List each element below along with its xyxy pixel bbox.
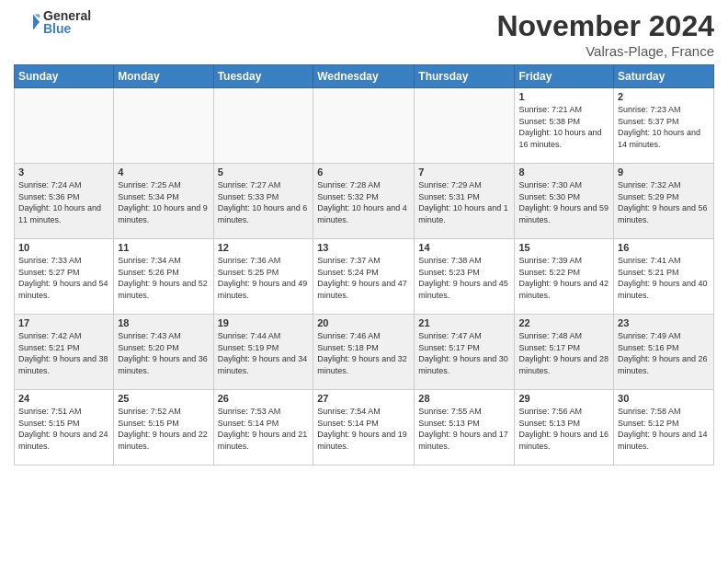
day-cell: 18Sunrise: 7:43 AM Sunset: 5:20 PM Dayli… xyxy=(114,315,213,390)
day-info: Sunrise: 7:39 AM Sunset: 5:22 PM Dayligh… xyxy=(518,255,609,301)
day-cell: 9Sunrise: 7:32 AM Sunset: 5:29 PM Daylig… xyxy=(614,164,714,239)
day-info: Sunrise: 7:48 AM Sunset: 5:17 PM Dayligh… xyxy=(518,330,609,376)
day-cell: 16Sunrise: 7:41 AM Sunset: 5:21 PM Dayli… xyxy=(614,239,714,315)
day-info: Sunrise: 7:24 AM Sunset: 5:36 PM Dayligh… xyxy=(18,179,109,225)
day-cell: 19Sunrise: 7:44 AM Sunset: 5:19 PM Dayli… xyxy=(213,315,313,390)
day-cell: 21Sunrise: 7:47 AM Sunset: 5:17 PM Dayli… xyxy=(415,315,515,390)
day-cell: 7Sunrise: 7:29 AM Sunset: 5:31 PM Daylig… xyxy=(415,164,515,239)
title-block: November 2024 Valras-Plage, France xyxy=(496,9,714,59)
day-info: Sunrise: 7:54 AM Sunset: 5:14 PM Dayligh… xyxy=(317,406,410,452)
day-number: 29 xyxy=(518,393,609,404)
day-info: Sunrise: 7:42 AM Sunset: 5:21 PM Dayligh… xyxy=(18,330,109,376)
day-cell xyxy=(114,88,213,164)
day-info: Sunrise: 7:55 AM Sunset: 5:13 PM Dayligh… xyxy=(418,406,510,452)
day-number: 9 xyxy=(618,167,710,178)
day-number: 8 xyxy=(518,167,609,178)
day-info: Sunrise: 7:37 AM Sunset: 5:24 PM Dayligh… xyxy=(317,255,410,301)
day-cell: 12Sunrise: 7:36 AM Sunset: 5:25 PM Dayli… xyxy=(213,239,313,315)
day-number: 25 xyxy=(118,393,209,404)
day-number: 21 xyxy=(418,317,510,328)
week-row-0: 1Sunrise: 7:21 AM Sunset: 5:38 PM Daylig… xyxy=(15,88,714,164)
col-header-saturday: Saturday xyxy=(614,65,714,88)
day-cell: 5Sunrise: 7:27 AM Sunset: 5:33 PM Daylig… xyxy=(213,164,313,239)
day-cell: 6Sunrise: 7:28 AM Sunset: 5:32 PM Daylig… xyxy=(313,164,415,239)
day-cell: 8Sunrise: 7:30 AM Sunset: 5:30 PM Daylig… xyxy=(515,164,614,239)
day-info: Sunrise: 7:30 AM Sunset: 5:30 PM Dayligh… xyxy=(518,179,609,225)
day-number: 17 xyxy=(18,317,109,328)
day-cell: 20Sunrise: 7:46 AM Sunset: 5:18 PM Dayli… xyxy=(313,315,415,390)
day-number: 5 xyxy=(218,167,310,178)
month-title: November 2024 xyxy=(496,9,714,43)
day-info: Sunrise: 7:47 AM Sunset: 5:17 PM Dayligh… xyxy=(418,330,510,376)
day-number: 10 xyxy=(18,242,109,253)
day-number: 14 xyxy=(418,242,510,253)
location: Valras-Plage, France xyxy=(496,43,714,59)
day-cell xyxy=(15,88,114,164)
week-row-2: 10Sunrise: 7:33 AM Sunset: 5:27 PM Dayli… xyxy=(15,239,714,315)
day-cell: 24Sunrise: 7:51 AM Sunset: 5:15 PM Dayli… xyxy=(15,390,114,465)
day-info: Sunrise: 7:43 AM Sunset: 5:20 PM Dayligh… xyxy=(118,330,209,376)
logo-icon xyxy=(14,9,40,35)
day-number: 16 xyxy=(618,242,710,253)
day-number: 4 xyxy=(118,167,209,178)
day-info: Sunrise: 7:36 AM Sunset: 5:25 PM Dayligh… xyxy=(218,255,310,301)
week-row-4: 24Sunrise: 7:51 AM Sunset: 5:15 PM Dayli… xyxy=(15,390,714,465)
day-info: Sunrise: 7:53 AM Sunset: 5:14 PM Dayligh… xyxy=(218,406,310,452)
col-header-monday: Monday xyxy=(114,65,213,88)
logo-blue: Blue xyxy=(43,22,91,35)
day-cell: 25Sunrise: 7:52 AM Sunset: 5:15 PM Dayli… xyxy=(114,390,213,465)
day-cell: 11Sunrise: 7:34 AM Sunset: 5:26 PM Dayli… xyxy=(114,239,213,315)
day-number: 6 xyxy=(317,167,410,178)
day-number: 18 xyxy=(118,317,209,328)
week-row-3: 17Sunrise: 7:42 AM Sunset: 5:21 PM Dayli… xyxy=(15,315,714,390)
day-cell: 27Sunrise: 7:54 AM Sunset: 5:14 PM Dayli… xyxy=(313,390,415,465)
logo-general: General xyxy=(43,9,91,22)
day-number: 15 xyxy=(518,242,609,253)
logo: General Blue xyxy=(14,9,91,35)
col-header-sunday: Sunday xyxy=(15,65,114,88)
day-info: Sunrise: 7:34 AM Sunset: 5:26 PM Dayligh… xyxy=(118,255,209,301)
day-number: 3 xyxy=(18,167,109,178)
header: General Blue November 2024 Valras-Plage,… xyxy=(14,9,714,59)
day-info: Sunrise: 7:38 AM Sunset: 5:23 PM Dayligh… xyxy=(418,255,510,301)
day-info: Sunrise: 7:33 AM Sunset: 5:27 PM Dayligh… xyxy=(18,255,109,301)
day-cell: 30Sunrise: 7:58 AM Sunset: 5:12 PM Dayli… xyxy=(614,390,714,465)
day-info: Sunrise: 7:46 AM Sunset: 5:18 PM Dayligh… xyxy=(317,330,410,376)
day-cell: 13Sunrise: 7:37 AM Sunset: 5:24 PM Dayli… xyxy=(313,239,415,315)
page: General Blue November 2024 Valras-Plage,… xyxy=(0,0,728,475)
col-header-tuesday: Tuesday xyxy=(213,65,313,88)
day-info: Sunrise: 7:27 AM Sunset: 5:33 PM Dayligh… xyxy=(218,179,310,225)
logo-text: General Blue xyxy=(43,9,91,35)
day-info: Sunrise: 7:23 AM Sunset: 5:37 PM Dayligh… xyxy=(618,104,710,150)
day-number: 22 xyxy=(518,317,609,328)
day-info: Sunrise: 7:41 AM Sunset: 5:21 PM Dayligh… xyxy=(618,255,710,301)
day-cell: 22Sunrise: 7:48 AM Sunset: 5:17 PM Dayli… xyxy=(515,315,614,390)
day-cell xyxy=(213,88,313,164)
day-info: Sunrise: 7:29 AM Sunset: 5:31 PM Dayligh… xyxy=(418,179,510,225)
day-cell: 2Sunrise: 7:23 AM Sunset: 5:37 PM Daylig… xyxy=(614,88,714,164)
day-number: 30 xyxy=(618,393,710,404)
day-number: 12 xyxy=(218,242,310,253)
day-cell xyxy=(313,88,415,164)
day-info: Sunrise: 7:44 AM Sunset: 5:19 PM Dayligh… xyxy=(218,330,310,376)
calendar-header-row: SundayMondayTuesdayWednesdayThursdayFrid… xyxy=(15,65,714,88)
day-cell: 29Sunrise: 7:56 AM Sunset: 5:13 PM Dayli… xyxy=(515,390,614,465)
day-cell: 10Sunrise: 7:33 AM Sunset: 5:27 PM Dayli… xyxy=(15,239,114,315)
day-cell: 3Sunrise: 7:24 AM Sunset: 5:36 PM Daylig… xyxy=(15,164,114,239)
day-number: 20 xyxy=(317,317,410,328)
day-info: Sunrise: 7:58 AM Sunset: 5:12 PM Dayligh… xyxy=(618,406,710,452)
day-number: 7 xyxy=(418,167,510,178)
day-number: 11 xyxy=(118,242,209,253)
day-cell: 28Sunrise: 7:55 AM Sunset: 5:13 PM Dayli… xyxy=(415,390,515,465)
day-number: 19 xyxy=(218,317,310,328)
day-number: 26 xyxy=(218,393,310,404)
day-number: 24 xyxy=(18,393,109,404)
col-header-thursday: Thursday xyxy=(415,65,515,88)
day-cell: 26Sunrise: 7:53 AM Sunset: 5:14 PM Dayli… xyxy=(213,390,313,465)
day-number: 2 xyxy=(618,91,710,102)
day-cell: 1Sunrise: 7:21 AM Sunset: 5:38 PM Daylig… xyxy=(515,88,614,164)
day-info: Sunrise: 7:32 AM Sunset: 5:29 PM Dayligh… xyxy=(618,179,710,225)
day-number: 28 xyxy=(418,393,510,404)
day-info: Sunrise: 7:49 AM Sunset: 5:16 PM Dayligh… xyxy=(618,330,710,376)
day-info: Sunrise: 7:21 AM Sunset: 5:38 PM Dayligh… xyxy=(518,104,609,150)
